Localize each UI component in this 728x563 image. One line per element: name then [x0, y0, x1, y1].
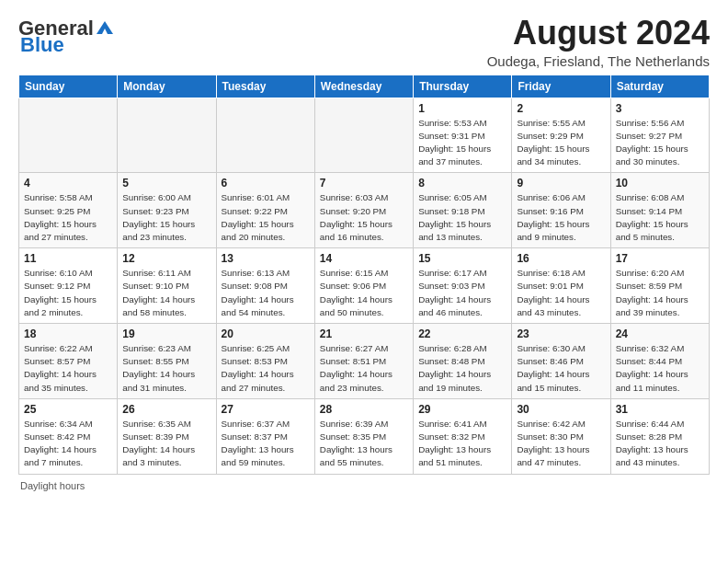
- calendar-week-row: 1Sunrise: 5:53 AM Sunset: 9:31 PM Daylig…: [19, 98, 710, 173]
- calendar-cell: 30Sunrise: 6:42 AM Sunset: 8:30 PM Dayli…: [512, 398, 610, 474]
- cell-day-number: 19: [122, 327, 210, 340]
- calendar-cell: 10Sunrise: 6:08 AM Sunset: 9:14 PM Dayli…: [610, 173, 709, 248]
- cell-day-number: 30: [517, 403, 605, 416]
- cell-day-number: 27: [222, 403, 310, 416]
- cell-day-info: Sunrise: 6:17 AM Sunset: 9:03 PM Dayligh…: [418, 267, 506, 319]
- cell-day-number: 3: [616, 102, 704, 115]
- cell-day-info: Sunrise: 6:00 AM Sunset: 9:23 PM Dayligh…: [122, 191, 210, 244]
- calendar-cell: [314, 98, 413, 173]
- calendar-cell: 14Sunrise: 6:15 AM Sunset: 9:06 PM Dayli…: [314, 248, 413, 324]
- cell-day-number: 29: [418, 403, 506, 416]
- calendar-cell: 27Sunrise: 6:37 AM Sunset: 8:37 PM Dayli…: [216, 398, 314, 474]
- cell-day-number: 1: [418, 102, 506, 115]
- cell-day-info: Sunrise: 6:23 AM Sunset: 8:55 PM Dayligh…: [122, 342, 210, 395]
- calendar-cell: [19, 98, 118, 173]
- cell-day-info: Sunrise: 6:20 AM Sunset: 8:59 PM Dayligh…: [616, 267, 704, 319]
- cell-day-number: 25: [24, 403, 112, 416]
- cell-day-info: Sunrise: 6:18 AM Sunset: 9:01 PM Dayligh…: [517, 267, 605, 319]
- day-header-saturday: Saturday: [610, 75, 709, 98]
- cell-day-info: Sunrise: 6:25 AM Sunset: 8:53 PM Dayligh…: [222, 342, 310, 395]
- cell-day-number: 24: [616, 327, 704, 340]
- cell-day-number: 26: [122, 403, 210, 416]
- day-header-tuesday: Tuesday: [216, 75, 314, 98]
- calendar-location: Oudega, Friesland, The Netherlands: [487, 53, 710, 69]
- cell-day-number: 18: [24, 327, 112, 340]
- cell-day-number: 31: [616, 403, 704, 416]
- calendar-cell: 31Sunrise: 6:44 AM Sunset: 8:28 PM Dayli…: [610, 398, 709, 474]
- cell-day-info: Sunrise: 6:34 AM Sunset: 8:42 PM Dayligh…: [24, 418, 112, 470]
- cell-day-info: Sunrise: 5:58 AM Sunset: 9:25 PM Dayligh…: [24, 191, 112, 244]
- calendar-cell: 3Sunrise: 5:56 AM Sunset: 9:27 PM Daylig…: [610, 98, 709, 173]
- calendar-cell: 18Sunrise: 6:22 AM Sunset: 8:57 PM Dayli…: [19, 324, 118, 399]
- calendar-cell: 13Sunrise: 6:13 AM Sunset: 9:08 PM Dayli…: [216, 248, 314, 324]
- calendar-cell: 19Sunrise: 6:23 AM Sunset: 8:55 PM Dayli…: [118, 324, 216, 399]
- calendar-cell: 1Sunrise: 5:53 AM Sunset: 9:31 PM Daylig…: [414, 98, 512, 173]
- cell-day-info: Sunrise: 6:11 AM Sunset: 9:10 PM Dayligh…: [122, 267, 210, 319]
- cell-day-number: 15: [418, 252, 506, 265]
- cell-day-info: Sunrise: 6:05 AM Sunset: 9:18 PM Dayligh…: [418, 191, 506, 244]
- cell-day-number: 6: [222, 177, 310, 190]
- cell-day-info: Sunrise: 6:44 AM Sunset: 8:28 PM Dayligh…: [616, 418, 704, 470]
- calendar-cell: 21Sunrise: 6:27 AM Sunset: 8:51 PM Dayli…: [314, 324, 413, 399]
- calendar-week-row: 4Sunrise: 5:58 AM Sunset: 9:25 PM Daylig…: [19, 173, 710, 248]
- calendar-header-row: SundayMondayTuesdayWednesdayThursdayFrid…: [19, 75, 710, 98]
- calendar-cell: [216, 98, 314, 173]
- calendar-cell: [118, 98, 216, 173]
- calendar-cell: 8Sunrise: 6:05 AM Sunset: 9:18 PM Daylig…: [414, 173, 512, 248]
- cell-day-number: 28: [320, 403, 408, 416]
- calendar-cell: 12Sunrise: 6:11 AM Sunset: 9:10 PM Dayli…: [118, 248, 216, 324]
- day-header-thursday: Thursday: [414, 75, 512, 98]
- cell-day-info: Sunrise: 6:03 AM Sunset: 9:20 PM Dayligh…: [320, 191, 408, 244]
- cell-day-info: Sunrise: 6:06 AM Sunset: 9:16 PM Dayligh…: [517, 191, 605, 244]
- cell-day-info: Sunrise: 6:35 AM Sunset: 8:39 PM Dayligh…: [122, 418, 210, 470]
- calendar-cell: 26Sunrise: 6:35 AM Sunset: 8:39 PM Dayli…: [118, 398, 216, 474]
- calendar-cell: 2Sunrise: 5:55 AM Sunset: 9:29 PM Daylig…: [512, 98, 610, 173]
- cell-day-number: 10: [616, 177, 704, 190]
- calendar-cell: 23Sunrise: 6:30 AM Sunset: 8:46 PM Dayli…: [512, 324, 610, 399]
- calendar-week-row: 18Sunrise: 6:22 AM Sunset: 8:57 PM Dayli…: [19, 324, 710, 399]
- day-header-sunday: Sunday: [19, 75, 118, 98]
- logo-blue-text: Blue: [20, 35, 64, 55]
- calendar-cell: 22Sunrise: 6:28 AM Sunset: 8:48 PM Dayli…: [414, 324, 512, 399]
- calendar-table: SundayMondayTuesdayWednesdayThursdayFrid…: [18, 75, 710, 475]
- logo-icon: [95, 19, 115, 36]
- cell-day-info: Sunrise: 6:41 AM Sunset: 8:32 PM Dayligh…: [418, 418, 506, 470]
- calendar-week-row: 11Sunrise: 6:10 AM Sunset: 9:12 PM Dayli…: [19, 248, 710, 324]
- calendar-cell: 24Sunrise: 6:32 AM Sunset: 8:44 PM Dayli…: [610, 324, 709, 399]
- cell-day-info: Sunrise: 6:27 AM Sunset: 8:51 PM Dayligh…: [320, 342, 408, 395]
- cell-day-number: 13: [222, 252, 310, 265]
- calendar-cell: 7Sunrise: 6:03 AM Sunset: 9:20 PM Daylig…: [314, 173, 413, 248]
- cell-day-info: Sunrise: 5:53 AM Sunset: 9:31 PM Dayligh…: [418, 117, 506, 169]
- cell-day-info: Sunrise: 6:10 AM Sunset: 9:12 PM Dayligh…: [24, 267, 112, 319]
- day-header-wednesday: Wednesday: [314, 75, 413, 98]
- cell-day-info: Sunrise: 6:30 AM Sunset: 8:46 PM Dayligh…: [517, 342, 605, 395]
- cell-day-info: Sunrise: 6:42 AM Sunset: 8:30 PM Dayligh…: [517, 418, 605, 470]
- cell-day-number: 16: [517, 252, 605, 265]
- cell-day-number: 7: [320, 177, 408, 190]
- calendar-cell: 5Sunrise: 6:00 AM Sunset: 9:23 PM Daylig…: [118, 173, 216, 248]
- cell-day-info: Sunrise: 5:56 AM Sunset: 9:27 PM Dayligh…: [616, 117, 704, 169]
- day-header-monday: Monday: [118, 75, 216, 98]
- calendar-cell: 4Sunrise: 5:58 AM Sunset: 9:25 PM Daylig…: [19, 173, 118, 248]
- calendar-cell: 9Sunrise: 6:06 AM Sunset: 9:16 PM Daylig…: [512, 173, 610, 248]
- cell-day-info: Sunrise: 6:37 AM Sunset: 8:37 PM Dayligh…: [222, 418, 310, 470]
- calendar-cell: 6Sunrise: 6:01 AM Sunset: 9:22 PM Daylig…: [216, 173, 314, 248]
- cell-day-info: Sunrise: 6:13 AM Sunset: 9:08 PM Dayligh…: [222, 267, 310, 319]
- cell-day-info: Sunrise: 6:39 AM Sunset: 8:35 PM Dayligh…: [320, 418, 408, 470]
- cell-day-number: 8: [418, 177, 506, 190]
- calendar-cell: 17Sunrise: 6:20 AM Sunset: 8:59 PM Dayli…: [610, 248, 709, 324]
- cell-day-info: Sunrise: 6:01 AM Sunset: 9:22 PM Dayligh…: [222, 191, 310, 244]
- calendar-cell: 20Sunrise: 6:25 AM Sunset: 8:53 PM Dayli…: [216, 324, 314, 399]
- cell-day-info: Sunrise: 6:22 AM Sunset: 8:57 PM Dayligh…: [24, 342, 112, 395]
- header: General Blue August 2024 Oudega, Friesla…: [18, 15, 710, 69]
- calendar-cell: 16Sunrise: 6:18 AM Sunset: 9:01 PM Dayli…: [512, 248, 610, 324]
- calendar-cell: 11Sunrise: 6:10 AM Sunset: 9:12 PM Dayli…: [19, 248, 118, 324]
- calendar-cell: 28Sunrise: 6:39 AM Sunset: 8:35 PM Dayli…: [314, 398, 413, 474]
- cell-day-number: 5: [122, 177, 210, 190]
- cell-day-number: 23: [517, 327, 605, 340]
- cell-day-number: 20: [222, 327, 310, 340]
- calendar-cell: 15Sunrise: 6:17 AM Sunset: 9:03 PM Dayli…: [414, 248, 512, 324]
- cell-day-info: Sunrise: 6:15 AM Sunset: 9:06 PM Dayligh…: [320, 267, 408, 319]
- cell-day-number: 17: [616, 252, 704, 265]
- logo: General Blue: [18, 18, 115, 55]
